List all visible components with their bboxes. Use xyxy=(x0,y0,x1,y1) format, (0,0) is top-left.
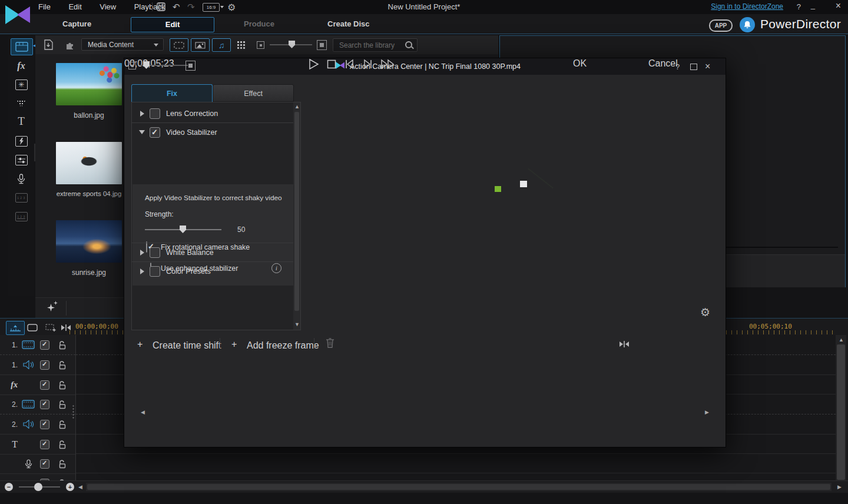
track-header-video-1[interactable]: 1. xyxy=(0,335,75,355)
expand-arrow-icon[interactable] xyxy=(140,111,144,117)
chapter-room-icon[interactable]: 1 2 3 xyxy=(13,191,29,205)
transition-room-icon[interactable] xyxy=(13,134,29,148)
section-video-stabilizer[interactable]: Video Stabilizer xyxy=(132,122,293,141)
media-content-dropdown[interactable]: Media Content xyxy=(81,38,164,51)
timeline-vertical-scrollbar[interactable]: ▲ ▼ xyxy=(836,335,846,491)
add-freeze-frame-icon[interactable]: + xyxy=(231,339,237,350)
minimize-icon[interactable]: _ xyxy=(811,1,815,10)
lens-correction-checkbox[interactable] xyxy=(150,108,160,119)
section-white-balance[interactable]: White Balance xyxy=(132,243,293,261)
cancel-button[interactable]: Cancel xyxy=(648,58,678,69)
trash-icon[interactable] xyxy=(326,337,334,350)
track-enable-checkbox[interactable] xyxy=(40,340,49,350)
tab-edit[interactable]: Edit xyxy=(131,17,214,32)
search-icon[interactable] xyxy=(405,41,412,48)
collapse-arrow-icon[interactable] xyxy=(139,130,145,134)
import-media-icon[interactable] xyxy=(44,39,54,52)
player-settings-gear-icon[interactable]: ⚙ xyxy=(700,306,710,319)
scrollbar-thumb[interactable] xyxy=(837,344,845,480)
expand-arrow-icon[interactable] xyxy=(140,250,144,256)
library-menu-grid-icon[interactable] xyxy=(237,41,245,49)
video-preview[interactable] xyxy=(348,89,672,271)
tab-capture[interactable]: Capture xyxy=(62,14,91,34)
tab-fix[interactable]: Fix xyxy=(131,84,213,102)
scroll-left-icon[interactable]: ◀ xyxy=(78,484,82,490)
stop-button[interactable] xyxy=(326,58,337,72)
strip-zoom-large-icon[interactable] xyxy=(186,61,196,71)
magic-style-icon[interactable] xyxy=(47,304,55,311)
timeline-ruler-right[interactable] xyxy=(726,330,833,334)
storyboard-view-button[interactable] xyxy=(25,321,40,334)
plugin-puzzle-icon[interactable] xyxy=(65,39,75,52)
scrollbar-thumb[interactable] xyxy=(294,112,299,311)
thumbnail-large-icon[interactable] xyxy=(317,40,327,50)
next-frame-button[interactable] xyxy=(362,58,373,72)
timeline-zoom-thumb[interactable] xyxy=(34,483,42,491)
pip-objects-room-icon[interactable]: ✳ xyxy=(13,78,29,92)
section-lens-correction[interactable]: Lens Correction xyxy=(132,104,293,122)
track-lock-icon[interactable] xyxy=(58,360,67,370)
effect-room-icon[interactable]: fx xyxy=(13,59,29,73)
audio-mixing-room-icon[interactable] xyxy=(13,153,29,167)
scrollbar-thumb[interactable] xyxy=(87,484,830,490)
filter-video-icon[interactable] xyxy=(170,38,188,52)
strip-scroll-right-icon[interactable]: ▶ xyxy=(705,409,709,415)
library-thumbnail-sunrise[interactable] xyxy=(56,220,122,263)
track-enable-checkbox[interactable] xyxy=(40,380,49,390)
tab-effect[interactable]: Effect xyxy=(213,84,294,102)
strip-zoom-small-icon[interactable] xyxy=(128,62,136,69)
search-input[interactable] xyxy=(338,39,402,51)
thumbnail-small-icon[interactable] xyxy=(257,41,264,49)
add-freeze-frame-button[interactable]: Add freeze frame xyxy=(247,340,319,351)
track-header-title[interactable]: T xyxy=(0,435,75,455)
timeline-view-button[interactable] xyxy=(6,321,25,335)
dialog-titlebar[interactable]: Action Camera Center | NC Trip Final 108… xyxy=(124,58,726,75)
particle-room-icon[interactable] xyxy=(13,97,29,111)
thumbnail-size-slider-thumb[interactable] xyxy=(289,41,295,48)
library-thumbnail-ballon[interactable] xyxy=(56,63,122,105)
filter-photo-icon[interactable] xyxy=(191,38,210,52)
signin-link[interactable]: Sign in to DirectorZone xyxy=(711,2,783,11)
tab-produce[interactable]: Produce xyxy=(244,14,274,34)
expand-arrow-icon[interactable] xyxy=(140,268,144,274)
fast-forward-button[interactable] xyxy=(380,58,396,72)
zoom-out-icon[interactable]: − xyxy=(5,483,13,491)
track-lock-icon[interactable] xyxy=(58,380,67,390)
strip-split-icon[interactable] xyxy=(619,340,630,350)
add-track-icon[interactable] xyxy=(44,321,58,334)
notification-bell-icon[interactable] xyxy=(740,17,755,32)
track-enable-checkbox[interactable] xyxy=(40,440,49,449)
video-stabilizer-checkbox[interactable] xyxy=(150,127,160,138)
strip-scroll-left-icon[interactable]: ◀ xyxy=(141,409,145,415)
timeline-horizontal-scrollbar[interactable] xyxy=(86,483,832,491)
tab-create-disc[interactable]: Create Disc xyxy=(327,14,370,34)
strength-slider-thumb[interactable] xyxy=(180,226,186,233)
ok-button[interactable]: OK xyxy=(573,58,587,69)
create-time-shift-button[interactable]: Create time shift xyxy=(153,340,221,351)
dialog-maximize-icon[interactable] xyxy=(690,64,697,70)
panel-splitter-handle[interactable] xyxy=(72,404,75,419)
previous-frame-button[interactable] xyxy=(344,58,356,72)
dialog-close-icon[interactable]: × xyxy=(705,61,710,72)
scroll-right-icon[interactable]: ▶ xyxy=(837,484,842,490)
zoom-in-icon[interactable]: + xyxy=(66,483,74,491)
track-enable-checkbox[interactable] xyxy=(40,459,49,469)
subtitle-room-icon[interactable]: 1 2 3 xyxy=(13,210,29,224)
title-room-icon[interactable]: T xyxy=(13,114,29,128)
track-enable-checkbox[interactable] xyxy=(40,420,49,429)
track-enable-checkbox[interactable] xyxy=(40,360,49,370)
voiceover-room-icon[interactable] xyxy=(13,172,29,186)
scroll-up-icon[interactable]: ▲ xyxy=(294,104,300,110)
track-lock-icon[interactable] xyxy=(58,440,67,449)
track-header-fx[interactable]: fx xyxy=(0,375,75,395)
track-header-audio-2[interactable]: 2. xyxy=(0,415,75,435)
create-time-shift-icon[interactable]: + xyxy=(137,339,143,350)
media-room-icon[interactable] xyxy=(11,38,33,55)
timeline-ruler[interactable] xyxy=(69,330,124,334)
fix-panel-scrollbar[interactable]: ▲ ▼ xyxy=(293,102,300,330)
library-thumbnail-extreme-sports[interactable] xyxy=(56,142,122,184)
filter-music-icon[interactable]: ♫ xyxy=(212,38,231,52)
close-icon[interactable]: × xyxy=(836,1,841,11)
white-balance-checkbox[interactable] xyxy=(150,247,160,258)
color-presets-checkbox[interactable] xyxy=(150,266,160,277)
